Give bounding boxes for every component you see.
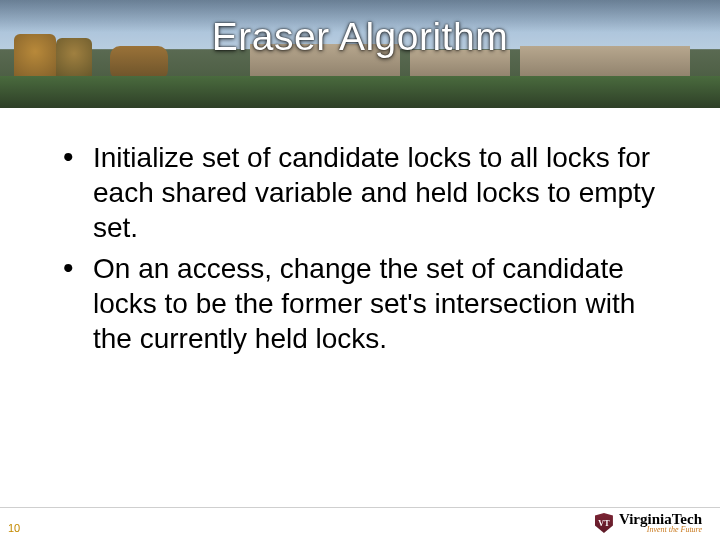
decorative-lawn — [0, 76, 720, 108]
footer-rule — [0, 507, 720, 508]
slide-title: Eraser Algorithm — [0, 15, 720, 59]
university-logo: VT VirginiaTech Invent the Future — [595, 512, 702, 534]
page-number: 10 — [8, 522, 20, 534]
shield-icon: VT — [595, 513, 613, 533]
bullet-item: On an access, change the set of candidat… — [55, 251, 665, 356]
logo-tagline: Invent the Future — [619, 526, 702, 534]
content-area: Initialize set of candidate locks to all… — [55, 140, 665, 362]
shield-monogram: VT — [595, 513, 613, 533]
bullet-list: Initialize set of candidate locks to all… — [55, 140, 665, 356]
bullet-item: Initialize set of candidate locks to all… — [55, 140, 665, 245]
slide: Eraser Algorithm Initialize set of candi… — [0, 0, 720, 540]
logo-text: VirginiaTech Invent the Future — [619, 512, 702, 534]
header-banner: Eraser Algorithm — [0, 0, 720, 108]
